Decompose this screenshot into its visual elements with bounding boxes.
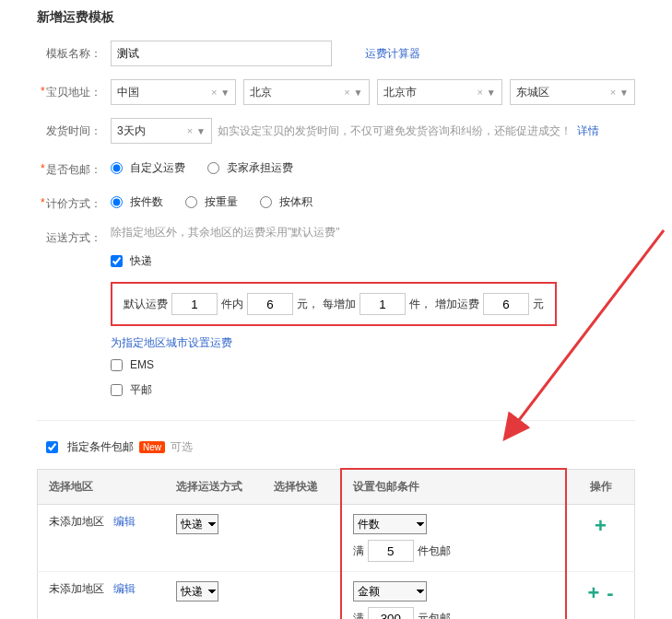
chevron-down-icon: ▼ bbox=[196, 126, 206, 136]
first-price-input[interactable] bbox=[247, 293, 293, 315]
th-area: 选择地区 bbox=[38, 469, 165, 505]
addr-district-value: 东城区 bbox=[516, 85, 549, 100]
add-price-input[interactable] bbox=[483, 293, 529, 315]
method-ems-checkbox[interactable] bbox=[111, 359, 123, 371]
price-radio-volume[interactable] bbox=[260, 196, 272, 208]
clear-icon[interactable]: × bbox=[477, 87, 482, 98]
price-label: 计价方式： bbox=[37, 191, 101, 212]
chevron-down-icon: ▼ bbox=[487, 88, 496, 98]
method-select[interactable]: 快递 bbox=[176, 514, 218, 534]
addr-city-value: 北京市 bbox=[383, 85, 417, 100]
table-row: 未添加地区 编辑 快递 件数 满 件包邮 bbox=[38, 505, 635, 572]
area-text: 未添加地区 bbox=[49, 582, 104, 595]
page-title: 新增运费模板 bbox=[37, 9, 635, 26]
ship-time-label: 发货时间： bbox=[37, 118, 101, 139]
addr-country-select[interactable]: 中国 ×▼ bbox=[111, 79, 236, 105]
method-normal-checkbox[interactable] bbox=[111, 384, 123, 396]
conditional-free-label: 指定条件包邮 bbox=[67, 439, 134, 455]
chevron-down-icon: ▼ bbox=[619, 88, 629, 98]
optional-label: 可选 bbox=[171, 439, 193, 455]
tpl-name-input[interactable] bbox=[111, 41, 332, 66]
th-express: 选择快递 bbox=[263, 469, 341, 505]
add-row-button[interactable]: + bbox=[587, 581, 599, 604]
clear-icon[interactable]: × bbox=[187, 125, 193, 136]
price-radio-count[interactable] bbox=[111, 196, 123, 208]
th-cond: 设置包邮条件 bbox=[341, 469, 566, 505]
method-express-checkbox[interactable] bbox=[111, 255, 123, 267]
addr-province-value: 北京 bbox=[250, 85, 272, 100]
cond-type-select[interactable]: 件数 bbox=[353, 514, 427, 534]
add-row-button[interactable]: + bbox=[595, 514, 607, 537]
addr-city-select[interactable]: 北京市 ×▼ bbox=[377, 79, 502, 105]
cond-amount-input[interactable] bbox=[368, 607, 414, 619]
ship-time-tip: 如实设定宝贝的发货时间，不仅可避免发货咨询和纠纷，还能促进成交！ bbox=[218, 123, 572, 139]
conditional-free-toggle: 指定条件包邮 New 可选 bbox=[46, 439, 635, 455]
fee-calculator-link[interactable]: 运费计算器 bbox=[365, 46, 420, 62]
clear-icon[interactable]: × bbox=[610, 87, 616, 98]
clear-icon[interactable]: × bbox=[344, 87, 349, 98]
price-radio-weight[interactable] bbox=[185, 196, 197, 208]
method-express-label: 快递 bbox=[130, 253, 152, 269]
remove-row-button[interactable]: - bbox=[607, 581, 613, 604]
th-method: 选择运送方式 bbox=[165, 469, 263, 505]
method-ems-label: EMS bbox=[130, 358, 154, 371]
free-label: 是否包邮： bbox=[37, 157, 101, 178]
ship-time-detail-link[interactable]: 详情 bbox=[577, 123, 599, 139]
price-opt-weight[interactable]: 按重量 bbox=[185, 194, 238, 210]
ship-time-value: 3天内 bbox=[117, 123, 146, 139]
first-qty-input[interactable] bbox=[171, 293, 218, 315]
th-op: 操作 bbox=[566, 469, 634, 505]
ship-time-select[interactable]: 3天内 ×▼ bbox=[111, 118, 212, 144]
chevron-down-icon: ▼ bbox=[220, 88, 230, 98]
clear-icon[interactable]: × bbox=[211, 87, 217, 98]
area-text: 未添加地区 bbox=[49, 515, 104, 528]
cond-qty-input[interactable] bbox=[368, 540, 414, 562]
addr-country-value: 中国 bbox=[117, 85, 139, 100]
tpl-name-label: 模板名称： bbox=[37, 41, 101, 62]
free-radio-custom[interactable] bbox=[111, 162, 123, 174]
free-radio-seller[interactable] bbox=[207, 162, 219, 174]
chevron-down-icon: ▼ bbox=[354, 88, 363, 98]
add-qty-input[interactable] bbox=[360, 293, 406, 315]
addr-district-select[interactable]: 东城区 ×▼ bbox=[510, 79, 635, 105]
edit-area-link[interactable]: 编辑 bbox=[113, 582, 136, 595]
conditional-free-checkbox[interactable] bbox=[46, 441, 58, 453]
table-row: 未添加地区 编辑 快递 金额 满 元包邮 bbox=[38, 572, 635, 620]
set-region-fee-link[interactable]: 为指定地区城市设置运费 bbox=[111, 335, 232, 351]
method-select[interactable]: 快递 bbox=[176, 581, 218, 601]
addr-province-select[interactable]: 北京 ×▼ bbox=[243, 79, 369, 105]
addr-label: 宝贝地址： bbox=[37, 79, 101, 100]
free-opt-seller[interactable]: 卖家承担运费 bbox=[207, 160, 293, 176]
edit-area-link[interactable]: 编辑 bbox=[113, 515, 136, 528]
price-opt-volume[interactable]: 按体积 bbox=[260, 194, 312, 210]
new-badge: New bbox=[139, 441, 165, 453]
price-opt-count[interactable]: 按件数 bbox=[111, 194, 163, 210]
cond-type-select[interactable]: 金额 bbox=[353, 581, 427, 601]
conditional-table: 选择地区 选择运送方式 选择快递 设置包邮条件 操作 未添加地区 编辑 快递 bbox=[37, 468, 635, 619]
default-fee-highlight-box: 默认运费 件内 元， 每增加 件， 增加运费 元 bbox=[111, 282, 557, 326]
default-fee-label: 默认运费 bbox=[124, 297, 168, 312]
method-normal-label: 平邮 bbox=[130, 382, 152, 398]
method-tip: 除指定地区外，其余地区的运费采用"默认运费" bbox=[111, 225, 340, 240]
free-opt-custom[interactable]: 自定义运费 bbox=[111, 160, 185, 176]
method-label: 运送方式： bbox=[37, 225, 101, 246]
